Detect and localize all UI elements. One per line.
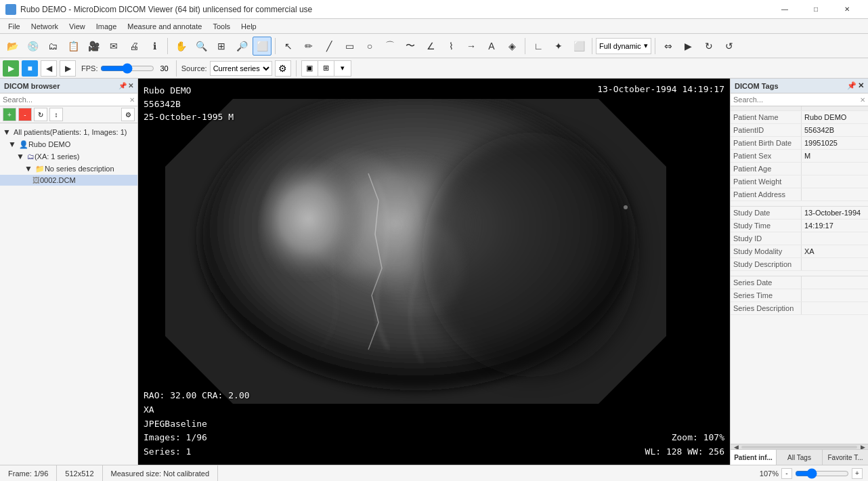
- send-button[interactable]: ✉: [104, 37, 123, 56]
- roi-button[interactable]: ✦: [549, 37, 568, 56]
- close-button[interactable]: ✕: [831, 0, 863, 19]
- flip-h-button[interactable]: ⇔: [659, 37, 678, 56]
- calibration-label: Measured size: Not calibrated: [111, 469, 210, 478]
- view-more-button[interactable]: ▾: [334, 61, 351, 76]
- tab-all-tags[interactable]: All Tags: [777, 450, 823, 465]
- export-button[interactable]: ⬜: [569, 37, 588, 56]
- cobb-button[interactable]: ⌇: [441, 37, 460, 56]
- zoom-slider[interactable]: [795, 468, 849, 479]
- tags-search-input[interactable]: [733, 96, 860, 104]
- tree-series-desc[interactable]: ▼ 📁 No series description: [0, 163, 137, 175]
- scroll-right-button[interactable]: ▶: [857, 444, 868, 449]
- cursor-button[interactable]: ↖: [279, 37, 298, 56]
- play-cine-button[interactable]: ▶: [679, 37, 698, 56]
- frame-label: Frame: 1/96: [8, 469, 48, 478]
- hand-button[interactable]: ✋: [171, 37, 190, 56]
- arrow-button[interactable]: →: [462, 37, 481, 56]
- source-select[interactable]: Current series: [210, 61, 272, 76]
- tag-row: Patient Weight: [731, 175, 868, 188]
- angle2-button[interactable]: ∟: [529, 37, 548, 56]
- images-overlay: Images: 1/96: [144, 431, 250, 445]
- sep3: [525, 38, 525, 54]
- next-button[interactable]: ▶: [60, 60, 76, 77]
- fps-slider[interactable]: [100, 63, 154, 74]
- tags-panel-close-button[interactable]: ✕: [858, 81, 864, 90]
- zoom-button[interactable]: 🔎: [232, 37, 251, 56]
- panel-close-button[interactable]: ✕: [128, 82, 133, 89]
- patient-expand-icon: ▼: [8, 140, 16, 149]
- prev-button[interactable]: ◀: [41, 60, 57, 77]
- capture-button[interactable]: 🎥: [84, 37, 103, 56]
- zoom-in-status-button[interactable]: +: [852, 468, 863, 479]
- dicom-tags-tabs: Patient inf... All Tags Favorite T...: [731, 449, 868, 465]
- profile-button[interactable]: 〜: [401, 37, 420, 56]
- menu-view[interactable]: View: [64, 21, 91, 32]
- menu-network[interactable]: Network: [26, 21, 64, 32]
- fit-button[interactable]: ⊞: [212, 37, 231, 56]
- panel-pin-button[interactable]: 📌: [118, 82, 127, 89]
- rotate-cw-button[interactable]: ↻: [699, 37, 718, 56]
- preset-dropdown-arrow: ▾: [644, 41, 648, 50]
- sep2: [275, 38, 276, 54]
- open-button[interactable]: 📂: [3, 37, 22, 56]
- circle-button[interactable]: ○: [360, 37, 379, 56]
- view-multi-button[interactable]: ⊞: [318, 61, 334, 76]
- menu-measure-annotate[interactable]: Measure and annotate: [122, 21, 207, 32]
- menu-help[interactable]: Help: [236, 21, 262, 32]
- view-single-button[interactable]: ▣: [302, 61, 318, 76]
- overlay-bottom-left: RAO: 32.00 CRA: 2.00 XA JPEGBaseline Ima…: [144, 389, 250, 459]
- patient-icon: 👤: [19, 140, 28, 149]
- svg-point-9: [624, 205, 628, 209]
- rect-button[interactable]: ▭: [340, 37, 359, 56]
- tag-name-cell: PatientID: [731, 124, 802, 136]
- freehand-button[interactable]: ⌒: [381, 37, 399, 56]
- minimize-button[interactable]: —: [769, 0, 800, 19]
- tree-all-patients[interactable]: ▼ All patients(Patients: 1, Images: 1): [0, 126, 137, 138]
- tree-series-group[interactable]: ▼ 🗂 (XA: 1 series): [0, 150, 137, 163]
- refresh-button[interactable]: ↻: [34, 108, 47, 121]
- open-recent-button[interactable]: 📋: [64, 37, 83, 56]
- select-button[interactable]: ⬜: [253, 37, 272, 56]
- sep-view: [296, 60, 297, 77]
- cd-button[interactable]: 💿: [23, 37, 42, 56]
- menu-image[interactable]: Image: [91, 21, 123, 32]
- tree-settings-button[interactable]: ⚙: [121, 108, 135, 121]
- menu-tools[interactable]: Tools: [207, 21, 236, 32]
- tags-panel-pin-button[interactable]: 📌: [847, 81, 856, 90]
- tree-file[interactable]: 🖼 0002.DCM: [0, 175, 137, 186]
- tab-favorite-tags[interactable]: Favorite T...: [823, 450, 868, 465]
- zoom-out-button[interactable]: -: [781, 468, 792, 479]
- window-preset-dropdown[interactable]: Full dynamic ▾: [596, 38, 651, 54]
- stop-button[interactable]: ■: [22, 60, 38, 77]
- info-button[interactable]: ℹ: [145, 37, 164, 56]
- angle-button[interactable]: ∠: [421, 37, 440, 56]
- tags-search-clear[interactable]: ✕: [860, 96, 865, 104]
- tab-patient-info[interactable]: Patient inf...: [731, 450, 777, 465]
- browser-search-input[interactable]: [3, 96, 129, 104]
- series-icon: 🗂: [27, 152, 35, 161]
- pen-button[interactable]: ✏: [299, 37, 318, 56]
- maximize-button[interactable]: □: [800, 0, 831, 19]
- scroll-left-button[interactable]: ◀: [731, 444, 741, 449]
- text-button[interactable]: A: [482, 37, 501, 56]
- add-patient-button[interactable]: +: [3, 108, 16, 121]
- erase-button[interactable]: ◈: [502, 37, 521, 56]
- image-viewer[interactable]: Rubo DEMO 556342B 25-October-1995 M 13-O…: [138, 79, 730, 465]
- reset-button[interactable]: ↺: [720, 37, 739, 56]
- play-button[interactable]: ▶: [3, 60, 19, 77]
- zoom-in-button[interactable]: 🔍: [192, 37, 211, 56]
- tag-value-cell: [802, 258, 868, 270]
- menu-file[interactable]: File: [3, 21, 26, 32]
- open-dir-button[interactable]: 🗂: [43, 37, 62, 56]
- tree-patient[interactable]: ▼ 👤 Rubo DEMO: [0, 138, 137, 150]
- cine-settings-button[interactable]: ⚙: [275, 60, 291, 77]
- sort-button[interactable]: ↕: [49, 108, 63, 121]
- line-button[interactable]: ╱: [320, 37, 339, 56]
- tag-row: Patient SexM: [731, 150, 868, 163]
- browser-search-clear[interactable]: ✕: [129, 96, 135, 104]
- fps-value: 30: [160, 64, 168, 72]
- print-button[interactable]: 🖨: [125, 37, 144, 56]
- tag-row: Study Date13-October-1994: [731, 207, 868, 219]
- remove-patient-button[interactable]: -: [18, 108, 32, 121]
- tag-header-row: [731, 106, 868, 111]
